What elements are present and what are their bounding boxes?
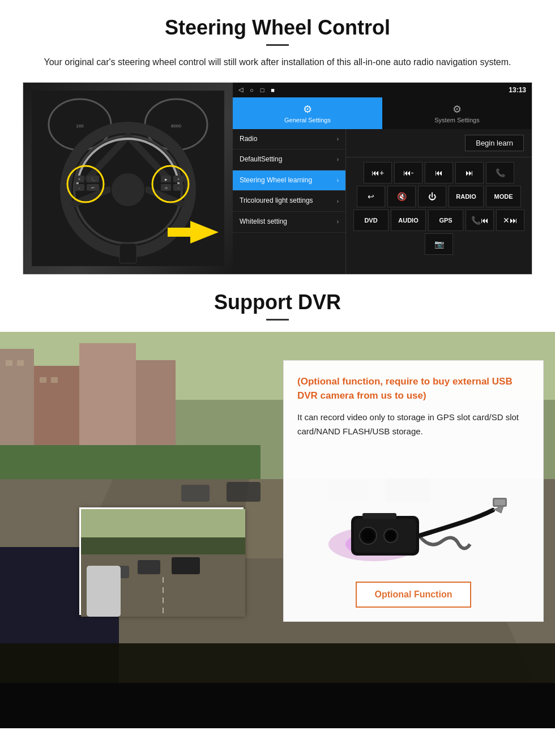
mode-btn[interactable]: MODE <box>486 186 521 207</box>
dvr-title-area: Support DVR <box>0 275 555 332</box>
svg-rect-42 <box>40 377 46 383</box>
settings-menu-list: Radio › DefaultSetting › Steering Wheel … <box>233 129 346 274</box>
svg-rect-44 <box>0 445 261 479</box>
steering-demo-area: 160 8000 + <box>23 82 532 275</box>
tab-system-settings[interactable]: ⚙ System Settings <box>382 97 532 129</box>
menu-icon: ■ <box>271 87 275 93</box>
next-btn[interactable]: ⏭ <box>455 162 484 183</box>
svg-rect-60 <box>138 560 160 574</box>
begin-learn-row: Begin learn <box>346 129 532 157</box>
tab-general-settings[interactable]: ⚙ General Settings <box>233 97 382 129</box>
dvd-btn[interactable]: DVD <box>353 210 388 231</box>
chevron-right-icon: › <box>337 136 339 142</box>
chevron-right-icon: › <box>337 177 339 183</box>
control-row-4: 📷 <box>351 233 527 255</box>
svg-point-70 <box>362 530 374 541</box>
svg-text:▶: ▶ <box>165 178 168 181</box>
control-row-1: ⏮+ ⏮- ⏮ ⏭ 📞 <box>351 162 527 183</box>
svg-text:8000: 8000 <box>171 123 181 129</box>
menu-item-default-label: DefaultSetting <box>240 155 282 164</box>
menu-item-steering-wheel[interactable]: Steering Wheel learning › <box>233 170 345 191</box>
svg-rect-32 <box>168 228 191 237</box>
chevron-right-icon: › <box>337 198 339 204</box>
svg-rect-43 <box>51 377 58 383</box>
radio-btn[interactable]: RADIO <box>449 186 484 207</box>
begin-learn-button[interactable]: Begin learn <box>465 135 524 151</box>
svg-text:↩: ↩ <box>91 186 95 190</box>
tab-system-label: System Settings <box>434 117 479 123</box>
android-panel: ◁ ○ □ ■ 13:13 ⚙ General Settings ⚙ Syste… <box>233 83 532 274</box>
statusbar-time: 13:13 <box>509 86 526 94</box>
recents-icon: □ <box>261 87 264 93</box>
phone-prev-btn[interactable]: 📞⏮ <box>466 210 494 231</box>
menu-item-whitelist[interactable]: Whitelist setting › <box>233 212 345 233</box>
steering-section: Steering Wheel Control Your original car… <box>0 0 555 275</box>
chevron-right-icon: › <box>337 219 339 225</box>
dvr-camera-area <box>297 448 530 576</box>
camera-btn[interactable]: 📷 <box>425 233 453 255</box>
svg-text:⊙: ⊙ <box>165 186 168 190</box>
menu-item-whitelist-label: Whitelist setting <box>240 217 287 227</box>
svg-text:📞: 📞 <box>91 177 96 182</box>
svg-rect-61 <box>172 557 200 574</box>
audio-btn[interactable]: AUDIO <box>391 210 426 231</box>
phone-btn[interactable]: 📞 <box>486 162 514 183</box>
vol-down-btn[interactable]: ⏮- <box>394 162 422 183</box>
mute-btn[interactable]: 🔇 <box>387 186 416 207</box>
dvr-section: Support DVR <box>0 275 555 728</box>
steering-wheel-svg: 160 8000 + <box>32 91 224 266</box>
svg-rect-73 <box>362 513 396 519</box>
gear-icon: ⚙ <box>303 103 312 116</box>
android-statusbar: ◁ ○ □ ■ 13:13 <box>233 83 532 97</box>
svg-rect-75 <box>494 499 505 505</box>
svg-rect-58 <box>81 537 245 554</box>
settings-icon: ⚙ <box>452 103 462 116</box>
chevron-right-icon: › <box>337 156 339 163</box>
dvr-preview-svg <box>81 509 245 617</box>
dvr-section-title: Support DVR <box>23 291 532 314</box>
dvr-optional-text: (Optional function, require to buy exter… <box>297 374 530 403</box>
android-content: Radio › DefaultSetting › Steering Wheel … <box>233 129 532 274</box>
svg-rect-64 <box>87 566 121 617</box>
dvr-background-area: (Optional function, require to buy exter… <box>0 332 555 728</box>
svg-text:+: + <box>177 177 180 181</box>
title-divider <box>266 44 289 46</box>
control-row-3: DVD AUDIO GPS 📞⏮ ✕⏭ <box>351 210 527 231</box>
svg-rect-40 <box>6 360 12 366</box>
steering-control-panel: Begin learn ⏮+ ⏮- ⏮ ⏭ 📞 <box>346 129 532 274</box>
menu-item-tricoloured-label: Tricoloured light settings <box>240 197 313 206</box>
dvr-info-card: (Optional function, require to buy exter… <box>283 360 544 622</box>
gps-btn[interactable]: GPS <box>428 210 463 231</box>
svg-rect-33 <box>119 244 136 263</box>
control-row-2: ↩ 🔇 ⏻ RADIO MODE <box>351 186 527 207</box>
prev-btn[interactable]: ⏮ <box>425 162 453 183</box>
svg-rect-41 <box>17 360 24 366</box>
menu-item-steering-label: Steering Wheel learning <box>240 176 312 185</box>
power-btn[interactable]: ⏻ <box>418 186 446 207</box>
dvr-description: It can record video only to storage in G… <box>297 410 530 439</box>
svg-rect-48 <box>181 485 210 502</box>
page-title: Steering Wheel Control <box>23 16 532 40</box>
control-buttons-grid: ⏮+ ⏮- ⏮ ⏭ 📞 ↩ 🔇 ⏻ RADIO MODE <box>346 157 532 259</box>
svg-point-12 <box>111 173 145 207</box>
svg-text:+: + <box>78 177 80 181</box>
home-icon: ○ <box>250 87 254 93</box>
svg-rect-49 <box>227 482 261 502</box>
android-tabs: ⚙ General Settings ⚙ System Settings <box>233 97 532 129</box>
steering-subtitle: Your original car's steering wheel contr… <box>34 55 521 70</box>
statusbar-nav: ◁ ○ □ ■ <box>238 86 275 93</box>
dvr-small-preview <box>79 507 244 615</box>
optional-function-button[interactable]: Optional Function <box>356 582 472 608</box>
steering-photo: 160 8000 + <box>23 83 233 274</box>
svg-point-72 <box>386 531 395 540</box>
menu-item-tricoloured[interactable]: Tricoloured light settings › <box>233 191 345 212</box>
menu-item-radio-label: Radio <box>240 135 257 144</box>
mute-next-btn[interactable]: ✕⏭ <box>496 210 524 231</box>
vol-up-btn[interactable]: ⏮+ <box>364 162 392 183</box>
svg-text:160: 160 <box>76 123 84 129</box>
svg-rect-55 <box>0 683 555 728</box>
svg-rect-38 <box>79 343 136 462</box>
hangup-btn[interactable]: ↩ <box>357 186 385 207</box>
menu-item-radio[interactable]: Radio › <box>233 129 345 150</box>
menu-item-default-setting[interactable]: DefaultSetting › <box>233 150 345 170</box>
